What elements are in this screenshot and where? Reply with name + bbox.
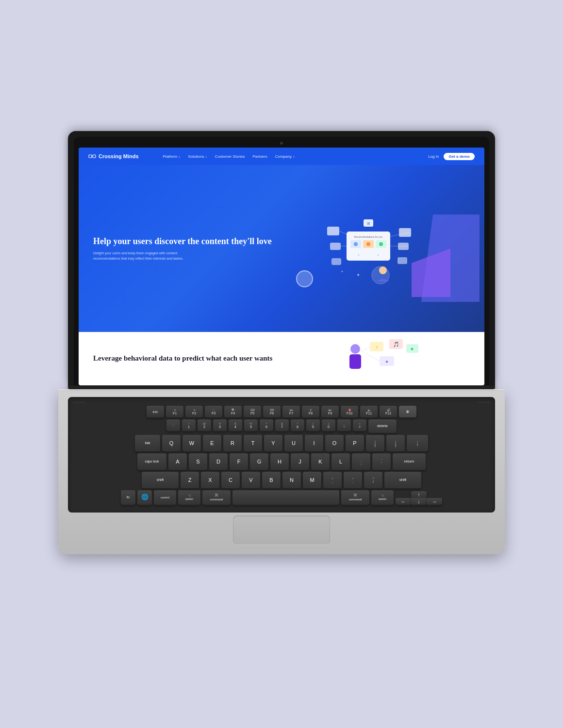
key-globe[interactable]: 🌐 xyxy=(137,490,152,505)
key-e[interactable]: E xyxy=(203,435,221,451)
key-j[interactable]: J xyxy=(291,453,309,470)
key-g[interactable]: G xyxy=(250,453,268,470)
number-row: ~` !1 @2 #3 $4 %5 ^6 &7 *8 (9 )0 _− += d… xyxy=(74,419,489,433)
key-power[interactable]: ⏻ xyxy=(399,406,416,417)
svg-line-39 xyxy=(361,347,370,351)
key-z[interactable]: Z xyxy=(181,472,199,488)
key-right-bracket[interactable]: }] xyxy=(386,435,405,451)
key-q[interactable]: Q xyxy=(162,435,181,451)
key-command-right[interactable]: ⌘ command xyxy=(341,490,369,505)
key-s[interactable]: S xyxy=(189,453,207,470)
key-h[interactable]: H xyxy=(270,453,289,470)
key-minus[interactable]: _− xyxy=(337,419,351,431)
key-arrow-down[interactable]: ↓ xyxy=(411,498,427,505)
key-space[interactable] xyxy=(232,490,339,505)
key-p[interactable]: P xyxy=(346,435,364,451)
key-u[interactable]: U xyxy=(284,435,303,451)
key-backslash[interactable]: |\ xyxy=(407,435,428,451)
key-m[interactable]: M xyxy=(303,472,321,488)
key-f11[interactable]: 🔉F11 xyxy=(360,406,378,417)
key-l[interactable]: L xyxy=(331,453,350,470)
key-1[interactable]: !1 xyxy=(182,419,196,431)
key-quote[interactable]: "' xyxy=(372,453,391,470)
key-option-right[interactable]: ⌥ option xyxy=(371,490,394,505)
key-5[interactable]: %5 xyxy=(244,419,258,431)
key-period[interactable]: >. xyxy=(344,472,362,488)
key-n[interactable]: N xyxy=(282,472,301,488)
key-a[interactable]: A xyxy=(168,453,187,470)
key-7[interactable]: &7 xyxy=(275,419,289,431)
key-2[interactable]: @2 xyxy=(198,419,211,431)
login-link[interactable]: Log In xyxy=(428,154,439,159)
key-3[interactable]: #3 xyxy=(213,419,227,431)
key-return[interactable]: return xyxy=(393,453,426,470)
trackpad[interactable] xyxy=(233,515,330,545)
key-control[interactable]: control xyxy=(154,490,176,505)
key-arrow-left[interactable]: ← xyxy=(396,498,411,505)
key-w[interactable]: W xyxy=(182,435,201,451)
nav-company[interactable]: Company ↓ xyxy=(275,154,295,159)
key-shift-left[interactable]: shift xyxy=(142,472,179,488)
key-t[interactable]: T xyxy=(244,435,262,451)
nav-links: Platform ↓ Solutions ↓ Customer Stories … xyxy=(163,154,295,159)
key-tab[interactable]: tab xyxy=(135,435,160,451)
key-f2[interactable]: ☀F2 xyxy=(185,406,203,417)
key-f7[interactable]: ⏮F7 xyxy=(282,406,300,417)
key-left-bracket[interactable]: {[ xyxy=(366,435,384,451)
svg-text:★: ★ xyxy=(410,347,414,351)
screen-bezel: Crossing Minds Platform ↓ Solutions ↓ Cu… xyxy=(74,137,489,385)
key-r[interactable]: R xyxy=(223,435,242,451)
key-f1[interactable]: ☀F1 xyxy=(166,406,183,417)
key-semicolon[interactable]: :; xyxy=(352,453,370,470)
svg-text:🎵: 🎵 xyxy=(393,341,399,347)
key-command-left[interactable]: ⌘ command xyxy=(202,490,231,505)
key-f8[interactable]: ⏸F8 xyxy=(302,406,319,417)
nav-solutions[interactable]: Solutions ↓ xyxy=(188,154,207,159)
key-i[interactable]: I xyxy=(305,435,323,451)
key-f9[interactable]: ⏭F9 xyxy=(321,406,339,417)
speaker-row xyxy=(74,402,489,403)
key-v[interactable]: V xyxy=(242,472,260,488)
nav-customer-stories[interactable]: Customer Stories xyxy=(215,154,245,159)
key-slash[interactable]: ?/ xyxy=(364,472,382,488)
svg-point-10 xyxy=(379,242,383,246)
key-arrow-up[interactable]: ↑ xyxy=(411,491,427,498)
key-caps-lock[interactable]: caps lock xyxy=(137,453,166,470)
key-4[interactable]: $4 xyxy=(229,419,242,431)
key-k[interactable]: K xyxy=(311,453,330,470)
key-o[interactable]: O xyxy=(325,435,344,451)
key-equals[interactable]: += xyxy=(353,419,366,431)
key-x[interactable]: X xyxy=(201,472,219,488)
key-f4[interactable]: 🔍F4 xyxy=(224,406,242,417)
key-d[interactable]: D xyxy=(209,453,228,470)
key-f5[interactable]: ⌨F5 xyxy=(244,406,261,417)
white-section-text: Leverage behavioral data to predict what… xyxy=(93,354,274,364)
key-b[interactable]: B xyxy=(262,472,281,488)
nav-platform[interactable]: Platform ↓ xyxy=(163,154,181,159)
key-f3[interactable]: ⬚F3 xyxy=(205,406,222,417)
key-9[interactable]: (9 xyxy=(306,419,320,431)
zxcv-row: shift Z X C V B N M <, >. ?/ shift xyxy=(74,472,489,488)
key-c[interactable]: C xyxy=(221,472,240,488)
key-backtick[interactable]: ~` xyxy=(166,419,180,431)
key-fn[interactable]: fn xyxy=(121,490,135,505)
key-f6[interactable]: ⌨F6 xyxy=(263,406,281,417)
key-6[interactable]: ^6 xyxy=(260,419,273,431)
key-esc[interactable]: esc xyxy=(147,406,164,417)
key-f[interactable]: F xyxy=(230,453,248,470)
key-option-left[interactable]: ⌥ option xyxy=(178,490,200,505)
demo-button[interactable]: Get a demo xyxy=(444,153,475,160)
key-shift-right[interactable]: shift xyxy=(384,472,421,488)
logo: Crossing Minds xyxy=(88,152,139,160)
hero-subtitle: Delight your users and keep them engaged… xyxy=(93,251,190,261)
key-y[interactable]: Y xyxy=(264,435,282,451)
key-comma[interactable]: <, xyxy=(323,472,342,488)
nav-partners[interactable]: Partners xyxy=(252,154,267,159)
key-f10[interactable]: 🔇F10 xyxy=(341,406,358,417)
key-f12[interactable]: 🔊F12 xyxy=(380,406,397,417)
key-delete[interactable]: delete xyxy=(368,419,397,433)
svg-rect-16 xyxy=(399,228,411,237)
key-arrow-right[interactable]: → xyxy=(427,498,442,505)
key-0[interactable]: )0 xyxy=(322,419,335,431)
key-8[interactable]: *8 xyxy=(291,419,304,431)
